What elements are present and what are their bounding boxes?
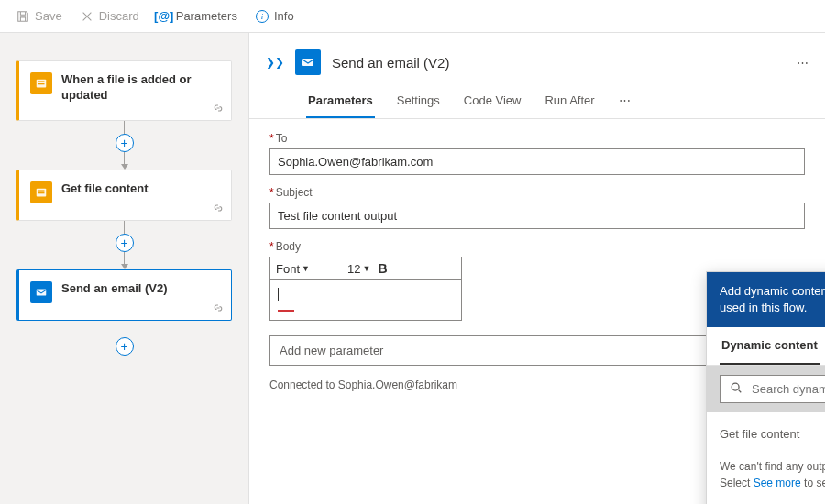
tab-settings[interactable]: Settings [395,84,442,118]
discard-button[interactable]: Discard [73,5,147,27]
see-more-inline-link[interactable]: See more [754,477,801,489]
more-button[interactable]: ⋯ [797,56,808,70]
trigger-card[interactable]: When a file is added or updated [16,60,232,121]
connector: + [16,121,232,170]
bold-button[interactable]: B [378,261,387,276]
dynamic-content-panel: Add dynamic content from the apps and co… [706,271,825,504]
discard-label: Discard [99,9,139,23]
discard-icon [81,10,94,23]
search-input[interactable] [752,382,825,396]
card-title: Get file content [61,181,218,197]
collapse-button[interactable]: ❯❯ [266,53,284,71]
svg-point-8 [732,384,739,391]
link-icon [213,103,224,116]
subject-label: *Subject [270,186,805,199]
outlook-icon [295,49,321,75]
section-title: Get file content [720,427,799,441]
section-get-file-content: Get file content See more [707,412,825,455]
svg-rect-2 [38,83,45,84]
action-card-get-file[interactable]: Get file content [16,170,232,221]
info-button[interactable]: i Info [248,5,302,27]
designer-canvas: When a file is added or updated + Get fi… [0,33,249,504]
search-icon [730,381,742,397]
svg-rect-4 [38,190,45,191]
action-title: Send an email (V2) [332,55,786,71]
sharepoint-icon [30,181,52,203]
link-icon [213,203,224,216]
sharepoint-icon [30,72,52,94]
save-icon [16,10,29,23]
font-picker[interactable]: Font ▼ [276,262,340,276]
rte-toolbar: Font ▼ 12 ▼ B [270,257,462,279]
save-label: Save [35,9,62,23]
body-field[interactable] [270,279,462,321]
add-action-button[interactable]: + [116,234,134,252]
action-tabs: Parameters Settings Code View Run After … [249,84,825,119]
command-bar: Save Discard [@] Parameters i Info [0,0,825,33]
parameters-button[interactable]: [@] Parameters [150,5,245,27]
to-field[interactable] [270,148,805,175]
card-title: Send an email (V2) [61,281,218,297]
info-icon: i [256,10,269,23]
card-title: When a file is added or updated [61,72,218,104]
tab-code-view[interactable]: Code View [462,84,523,118]
no-outputs-message: We can't find any outputs to match this … [707,455,825,504]
action-card-send-email[interactable]: Send an email (V2) [16,269,232,321]
tab-parameters[interactable]: Parameters [306,84,375,118]
svg-rect-6 [37,289,47,295]
add-action-button[interactable]: + [116,134,134,152]
to-label: *To [270,132,805,145]
link-icon [213,302,224,316]
subject-field[interactable] [270,203,805,229]
tab-dynamic-content[interactable]: Dynamic content [720,327,820,365]
svg-rect-5 [38,192,45,193]
parameters-icon: [@] [158,10,170,23]
outlook-icon [30,281,52,303]
font-size-picker[interactable]: 12 ▼ [347,262,370,276]
save-button[interactable]: Save [9,5,70,27]
parameters-label: Parameters [176,9,237,23]
tab-overflow[interactable]: ⋯ [617,84,632,118]
add-action-button[interactable]: + [116,337,134,356]
info-label: Info [274,9,294,23]
dynamic-content-header: Add dynamic content from the apps and co… [720,283,825,316]
connector: + [16,221,232,269]
action-detail-pane: ❯❯ Send an email (V2) ⋯ Parameters Setti… [249,33,825,504]
search-dynamic-content[interactable] [720,375,825,403]
tab-run-after[interactable]: Run After [543,84,596,118]
svg-rect-1 [38,81,45,82]
svg-rect-7 [302,59,314,66]
body-label: *Body [270,240,462,253]
